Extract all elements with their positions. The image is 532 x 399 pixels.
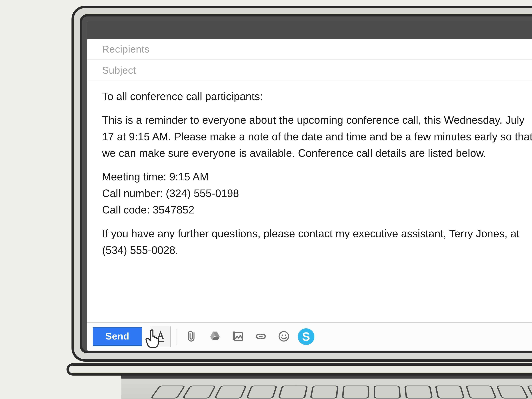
attach-button[interactable] [183,328,201,346]
laptop-bezel: Recipients Subject To all conference cal… [80,14,532,353]
screen: Recipients Subject To all conference cal… [87,21,532,351]
paperclip-icon [186,330,198,343]
body-salutation: To all conference call participants: [102,88,532,105]
call-details-block: Meeting time: 9:15 AM Call number: (324)… [102,169,532,218]
link-icon [254,330,267,343]
drive-button[interactable] [206,328,224,346]
image-icon [232,330,244,343]
insert-link-button[interactable] [252,328,270,346]
laptop-illustration: Recipients Subject To all conference cal… [66,6,532,399]
call-code-line: Call code: 3547852 [102,202,532,218]
emoji-icon [278,330,290,343]
send-button[interactable]: Send [93,327,142,346]
skype-button[interactable]: S [298,328,314,345]
compose-toolbar: Send [87,322,532,351]
laptop-hinge [66,363,532,376]
svg-point-2 [279,332,288,341]
email-body[interactable]: To all conference call participants: Thi… [87,81,532,322]
skype-icon: S [302,330,310,343]
text-format-button[interactable] [151,326,171,347]
emoji-button[interactable] [275,328,293,346]
insert-image-button[interactable] [229,328,247,346]
call-number-line: Call number: (324) 555-0198 [102,185,532,202]
toolbar-divider [177,329,177,345]
recipients-field[interactable]: Recipients [87,39,532,60]
svg-rect-0 [157,341,164,342]
window-titlebar [87,21,532,39]
subject-field[interactable]: Subject [87,60,532,81]
drive-icon [209,330,221,343]
text-format-icon [156,330,165,344]
body-paragraph-2: If you have any further questions, pleas… [102,225,532,259]
laptop-keyboard-deck [121,376,532,399]
body-paragraph-1: This is a reminder to everyone about the… [102,112,532,162]
keyboard-keys [150,386,532,399]
svg-point-4 [285,335,286,336]
meeting-time-line: Meeting time: 9:15 AM [102,169,532,185]
svg-point-3 [282,335,283,336]
